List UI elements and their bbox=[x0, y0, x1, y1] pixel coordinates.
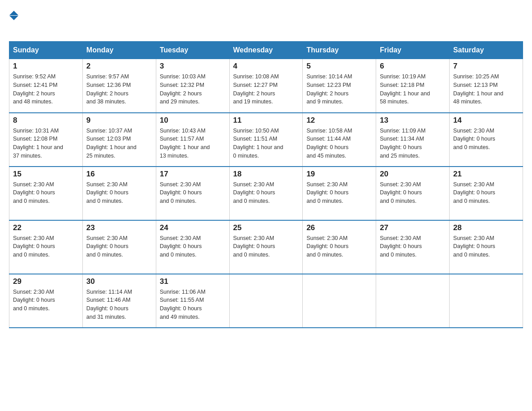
day-info: Sunrise: 11:09 AM Sunset: 11:34 AM Dayli… bbox=[380, 127, 446, 160]
day-number: 25 bbox=[233, 223, 299, 232]
table-row: 7Sunrise: 10:25 AM Sunset: 12:13 PM Dayl… bbox=[450, 59, 523, 113]
col-wednesday: Wednesday bbox=[229, 42, 303, 59]
table-row bbox=[450, 274, 523, 328]
table-row: 22Sunset: 2:30 AM Daylight: 0 hours and … bbox=[9, 220, 83, 274]
day-info: Sunrise: 10:08 AM Sunset: 12:27 PM Dayli… bbox=[233, 73, 299, 106]
day-number: 21 bbox=[453, 170, 519, 179]
table-row: 4Sunrise: 10:08 AM Sunset: 12:27 PM Dayl… bbox=[229, 59, 303, 113]
day-number: 28 bbox=[453, 223, 519, 232]
day-number: 15 bbox=[13, 170, 79, 179]
logo bbox=[9, 9, 19, 32]
table-row: 13Sunrise: 11:09 AM Sunset: 11:34 AM Day… bbox=[376, 113, 450, 167]
day-info: Sunset: 2:30 AM Daylight: 0 hours and 0 … bbox=[453, 127, 519, 152]
day-number: 6 bbox=[380, 62, 446, 71]
day-number: 9 bbox=[86, 116, 152, 125]
table-row: 5Sunrise: 10:14 AM Sunset: 12:23 PM Dayl… bbox=[303, 59, 376, 113]
day-number: 11 bbox=[233, 116, 299, 125]
day-info: Sunset: 2:30 AM Daylight: 0 hours and 0 … bbox=[233, 180, 299, 206]
calendar-table: Sunday Monday Tuesday Wednesday Thursday… bbox=[9, 41, 523, 328]
day-number: 3 bbox=[160, 62, 226, 71]
day-info: Sunrise: 10:43 AM Sunset: 11:57 AM Dayli… bbox=[160, 127, 226, 160]
day-number: 8 bbox=[13, 116, 79, 125]
day-number: 26 bbox=[306, 223, 372, 232]
day-number: 4 bbox=[233, 62, 299, 71]
table-row: 14Sunset: 2:30 AM Daylight: 0 hours and … bbox=[450, 113, 523, 167]
day-info: Sunrise: 11:14 AM Sunset: 11:46 AM Dayli… bbox=[86, 288, 152, 321]
table-row bbox=[376, 274, 450, 328]
day-info: Sunset: 2:30 AM Daylight: 0 hours and 0 … bbox=[86, 234, 152, 259]
day-number: 22 bbox=[13, 223, 79, 232]
table-row: 11Sunrise: 10:50 AM Sunset: 11:51 AM Day… bbox=[229, 113, 303, 167]
day-info: Sunset: 2:30 AM Daylight: 0 hours and 0 … bbox=[380, 180, 446, 206]
col-tuesday: Tuesday bbox=[156, 42, 229, 59]
table-row: 3Sunrise: 10:03 AM Sunset: 12:32 PM Dayl… bbox=[156, 59, 229, 113]
day-number: 13 bbox=[380, 116, 446, 125]
day-number: 2 bbox=[86, 62, 152, 71]
table-row: 15Sunset: 2:30 AM Daylight: 0 hours and … bbox=[9, 167, 83, 220]
day-number: 12 bbox=[306, 116, 372, 125]
table-row: 24Sunset: 2:30 AM Daylight: 0 hours and … bbox=[156, 220, 229, 274]
day-number: 30 bbox=[86, 277, 152, 286]
table-row: 10Sunrise: 10:43 AM Sunset: 11:57 AM Day… bbox=[156, 113, 229, 167]
day-info: Sunset: 2:30 AM Daylight: 0 hours and 0 … bbox=[13, 234, 79, 259]
col-monday: Monday bbox=[82, 42, 156, 59]
calendar-week-row: 8Sunrise: 10:31 AM Sunset: 12:08 PM Dayl… bbox=[9, 113, 523, 167]
day-number: 19 bbox=[306, 170, 372, 179]
day-info: Sunset: 2:30 AM Daylight: 0 hours and 0 … bbox=[306, 234, 372, 259]
day-number: 20 bbox=[380, 170, 446, 179]
day-number: 10 bbox=[160, 116, 226, 125]
day-number: 27 bbox=[380, 223, 446, 232]
day-info: Sunrise: 10:14 AM Sunset: 12:23 PM Dayli… bbox=[306, 73, 372, 106]
table-row: 26Sunset: 2:30 AM Daylight: 0 hours and … bbox=[303, 220, 376, 274]
day-number: 5 bbox=[306, 62, 372, 71]
table-row: 18Sunset: 2:30 AM Daylight: 0 hours and … bbox=[229, 167, 303, 220]
col-thursday: Thursday bbox=[303, 42, 376, 59]
day-info: Sunrise: 11:06 AM Sunset: 11:55 AM Dayli… bbox=[160, 288, 226, 321]
day-info: Sunrise: 10:19 AM Sunset: 12:18 PM Dayli… bbox=[380, 73, 446, 106]
day-info: Sunset: 2:30 AM Daylight: 0 hours and 0 … bbox=[13, 180, 79, 206]
day-info: Sunset: 2:30 AM Daylight: 0 hours and 0 … bbox=[453, 180, 519, 206]
table-row: 28Sunset: 2:30 AM Daylight: 0 hours and … bbox=[450, 220, 523, 274]
day-number: 1 bbox=[13, 62, 79, 71]
table-row: 30Sunrise: 11:14 AM Sunset: 11:46 AM Day… bbox=[82, 274, 156, 328]
table-row: 29Sunset: 2:30 AM Daylight: 0 hours and … bbox=[9, 274, 83, 328]
table-row: 16Sunset: 2:30 AM Daylight: 0 hours and … bbox=[82, 167, 156, 220]
day-info: Sunset: 2:30 AM Daylight: 0 hours and 0 … bbox=[86, 180, 152, 206]
day-number: 23 bbox=[86, 223, 152, 232]
table-row bbox=[229, 274, 303, 328]
table-row: 31Sunrise: 11:06 AM Sunset: 11:55 AM Day… bbox=[156, 274, 229, 328]
day-info: Sunset: 2:30 AM Daylight: 0 hours and 0 … bbox=[380, 234, 446, 259]
day-number: 14 bbox=[453, 116, 519, 125]
table-row: 1Sunrise: 9:52 AM Sunset: 12:41 PM Dayli… bbox=[9, 59, 83, 113]
logo-triangle-icon bbox=[9, 11, 18, 15]
calendar-week-row: 15Sunset: 2:30 AM Daylight: 0 hours and … bbox=[9, 167, 523, 220]
col-sunday: Sunday bbox=[9, 42, 83, 59]
day-info: Sunrise: 10:50 AM Sunset: 11:51 AM Dayli… bbox=[233, 127, 299, 160]
table-row: 12Sunrise: 10:58 AM Sunset: 11:44 AM Day… bbox=[303, 113, 376, 167]
day-info: Sunrise: 9:57 AM Sunset: 12:36 PM Daylig… bbox=[86, 73, 152, 106]
table-row: 9Sunrise: 10:37 AM Sunset: 12:03 PM Dayl… bbox=[82, 113, 156, 167]
day-info: Sunset: 2:30 AM Daylight: 0 hours and 0 … bbox=[160, 180, 226, 206]
table-row: 17Sunset: 2:30 AM Daylight: 0 hours and … bbox=[156, 167, 229, 220]
day-number: 17 bbox=[160, 170, 226, 179]
day-info: Sunset: 2:30 AM Daylight: 0 hours and 0 … bbox=[233, 234, 299, 259]
table-row bbox=[303, 274, 376, 328]
day-number: 29 bbox=[13, 277, 79, 286]
day-info: Sunrise: 10:37 AM Sunset: 12:03 PM Dayli… bbox=[86, 127, 152, 160]
calendar-week-row: 22Sunset: 2:30 AM Daylight: 0 hours and … bbox=[9, 220, 523, 274]
day-info: Sunrise: 10:03 AM Sunset: 12:32 PM Dayli… bbox=[160, 73, 226, 106]
day-info: Sunset: 2:30 AM Daylight: 0 hours and 0 … bbox=[453, 234, 519, 259]
day-number: 16 bbox=[86, 170, 152, 179]
table-row: 23Sunset: 2:30 AM Daylight: 0 hours and … bbox=[82, 220, 156, 274]
page-header bbox=[9, 9, 523, 32]
day-info: Sunrise: 10:58 AM Sunset: 11:44 AM Dayli… bbox=[306, 127, 372, 160]
table-row: 25Sunset: 2:30 AM Daylight: 0 hours and … bbox=[229, 220, 303, 274]
table-row: 20Sunset: 2:30 AM Daylight: 0 hours and … bbox=[376, 167, 450, 220]
table-row: 19Sunset: 2:30 AM Daylight: 0 hours and … bbox=[303, 167, 376, 220]
logo-triangle2-icon bbox=[9, 16, 18, 20]
day-number: 7 bbox=[453, 62, 519, 71]
day-number: 31 bbox=[160, 277, 226, 286]
day-info: Sunrise: 9:52 AM Sunset: 12:41 PM Daylig… bbox=[13, 73, 79, 106]
calendar-week-row: 1Sunrise: 9:52 AM Sunset: 12:41 PM Dayli… bbox=[9, 59, 523, 113]
table-row: 8Sunrise: 10:31 AM Sunset: 12:08 PM Dayl… bbox=[9, 113, 83, 167]
